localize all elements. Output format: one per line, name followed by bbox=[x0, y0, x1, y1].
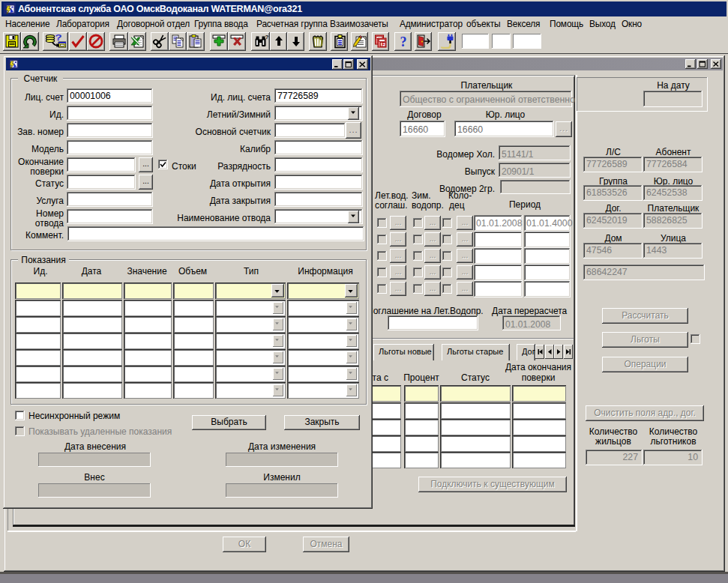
svg-text:?: ? bbox=[265, 34, 268, 40]
svg-text:?: ? bbox=[55, 34, 61, 42]
svg-text:F: F bbox=[382, 42, 385, 47]
svg-text:?: ? bbox=[400, 34, 406, 49]
